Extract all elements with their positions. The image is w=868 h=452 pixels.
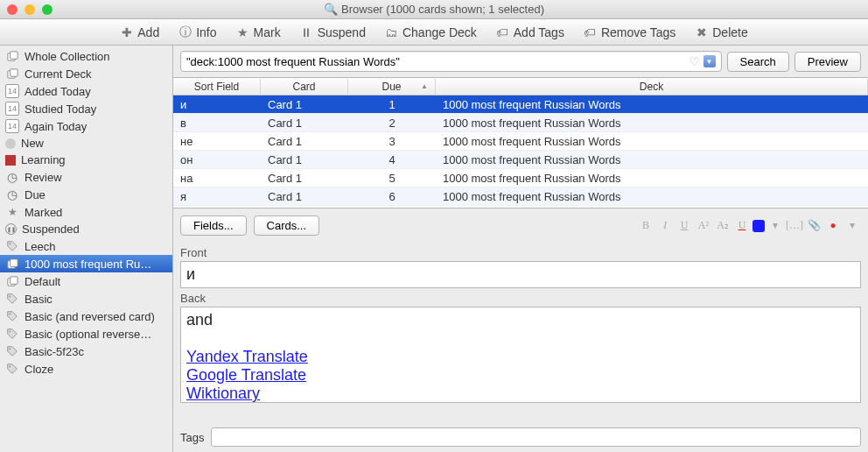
square-icon xyxy=(5,155,16,166)
deck-icon: 🗂 xyxy=(385,25,398,39)
th-deck[interactable]: Deck xyxy=(436,79,868,95)
sidebar-item[interactable]: Review xyxy=(0,168,172,186)
superscript-icon[interactable]: A² xyxy=(695,217,712,235)
pause-icon xyxy=(5,223,17,235)
clock-icon xyxy=(5,170,19,184)
cell-due: 4 xyxy=(348,153,436,166)
cell-sort: я xyxy=(173,190,261,203)
tag-icon xyxy=(5,309,19,323)
th-card[interactable]: Card xyxy=(261,79,348,95)
table-row[interactable]: неCard 131000 most frequent Russian Word… xyxy=(173,132,868,151)
clear-format-icon[interactable]: U xyxy=(733,217,751,235)
sidebar-item[interactable]: Due xyxy=(0,186,172,203)
sidebar-item[interactable]: Current Deck xyxy=(0,65,172,82)
traffic-lights xyxy=(7,4,52,15)
table-header[interactable]: Sort Field Card Due Deck xyxy=(173,78,868,95)
th-sort-field[interactable]: Sort Field xyxy=(173,79,261,95)
sidebar-item[interactable]: Learning xyxy=(0,152,172,168)
cell-deck: 1000 most frequent Russian Words xyxy=(436,153,868,166)
cell-due: 5 xyxy=(348,172,436,185)
back-label: Back xyxy=(180,292,861,305)
sidebar-item[interactable]: Cloze xyxy=(0,360,172,378)
svg-point-11 xyxy=(10,331,11,333)
underline-icon[interactable]: U xyxy=(676,217,693,235)
bold-icon[interactable]: B xyxy=(637,217,654,235)
cards-button[interactable]: Cards... xyxy=(254,215,320,236)
subscript-icon[interactable]: A₂ xyxy=(714,217,732,235)
info-icon: ⓘ xyxy=(178,25,192,39)
back-link[interactable]: Yandex Translate xyxy=(186,348,308,365)
table-row[interactable]: вCard 121000 most frequent Russian Words xyxy=(173,114,868,132)
cell-card: Card 1 xyxy=(261,98,348,111)
minimize-window-button[interactable] xyxy=(24,4,35,15)
sidebar-item[interactable]: Leech xyxy=(0,237,172,255)
table-row[interactable]: онCard 141000 most frequent Russian Word… xyxy=(173,151,868,169)
sidebar-item[interactable]: Whole Collection xyxy=(0,47,172,65)
search-input[interactable] xyxy=(186,55,690,68)
sidebar-item[interactable]: 14Again Today xyxy=(0,117,172,135)
sidebar-item[interactable]: Basic (optional reverse… xyxy=(0,325,172,343)
editor-toolbar: Fields... Cards... B I U A² A₂ U ▾ […] 📎… xyxy=(173,208,868,243)
tag-icon xyxy=(5,327,19,341)
front-field[interactable]: и xyxy=(180,261,861,288)
tag-remove-icon: 🏷 xyxy=(584,25,597,39)
svg-rect-6 xyxy=(10,258,17,265)
more-dropdown-icon[interactable]: ▾ xyxy=(844,217,861,235)
table-row[interactable]: иCard 111000 most frequent Russian Words xyxy=(173,95,868,114)
suspend-button[interactable]: ⏸Suspend xyxy=(300,25,366,39)
sidebar-item[interactable]: Marked xyxy=(0,203,172,221)
record-icon[interactable]: ● xyxy=(824,217,842,235)
sidebar-item[interactable]: New xyxy=(0,135,172,152)
fields-button[interactable]: Fields... xyxy=(180,215,247,236)
change-deck-button[interactable]: 🗂Change Deck xyxy=(385,25,477,39)
favorite-icon[interactable]: ♡ xyxy=(690,55,700,68)
sidebar[interactable]: Whole CollectionCurrent Deck14Added Toda… xyxy=(0,46,173,452)
cell-deck: 1000 most frequent Russian Words xyxy=(436,98,868,111)
mark-button[interactable]: ★Mark xyxy=(236,25,281,39)
search-button[interactable]: Search xyxy=(727,52,789,72)
sidebar-item[interactable]: Suspended xyxy=(0,221,172,237)
tags-input[interactable] xyxy=(211,427,861,447)
remove-tags-button[interactable]: 🏷Remove Tags xyxy=(584,25,676,39)
sidebar-item-label: Default xyxy=(24,275,60,288)
tag-icon xyxy=(5,292,19,306)
sidebar-item[interactable]: Default xyxy=(0,272,172,290)
attach-icon[interactable]: 📎 xyxy=(805,217,822,235)
svg-rect-8 xyxy=(10,276,17,283)
back-link[interactable]: Wiktionary xyxy=(186,385,260,402)
color-dropdown-icon[interactable]: ▾ xyxy=(766,217,784,235)
back-link[interactable]: Google Translate xyxy=(186,366,306,384)
sidebar-item[interactable]: Basic (and reversed card) xyxy=(0,307,172,325)
color-swatch[interactable] xyxy=(752,220,765,232)
add-button[interactable]: ✚Add xyxy=(120,25,159,39)
close-window-button[interactable] xyxy=(7,4,18,15)
cell-due: 1 xyxy=(348,98,436,111)
search-icon: 🔍 xyxy=(324,3,338,16)
table-row[interactable]: наCard 151000 most frequent Russian Word… xyxy=(173,169,868,187)
sidebar-item[interactable]: Basic xyxy=(0,290,172,307)
back-field[interactable]: andYandex TranslateGoogle TranslateWikti… xyxy=(180,307,861,403)
search-box[interactable]: ♡ ▼ xyxy=(180,51,722,72)
search-dropdown-icon[interactable]: ▼ xyxy=(704,55,716,67)
cloze-icon[interactable]: […] xyxy=(786,217,803,235)
sidebar-item[interactable]: 14Added Today xyxy=(0,82,172,100)
sidebar-item[interactable]: 14Studied Today xyxy=(0,100,172,117)
th-due[interactable]: Due xyxy=(348,79,436,95)
delete-button[interactable]: ✖Delete xyxy=(695,25,747,39)
italic-icon[interactable]: I xyxy=(656,217,674,235)
add-tags-button[interactable]: 🏷Add Tags xyxy=(496,25,564,39)
sidebar-item[interactable]: 1000 most frequent Ru… xyxy=(0,255,172,272)
info-button[interactable]: ⓘInfo xyxy=(178,25,216,39)
sidebar-item-label: Studied Today xyxy=(24,102,96,116)
cell-deck: 1000 most frequent Russian Words xyxy=(436,172,868,185)
cell-due: 6 xyxy=(348,190,436,203)
cell-card: Card 1 xyxy=(261,135,348,148)
table-row[interactable]: яCard 161000 most frequent Russian Words xyxy=(173,187,868,206)
cell-card: Card 1 xyxy=(261,117,348,130)
zoom-window-button[interactable] xyxy=(42,4,52,15)
preview-button[interactable]: Preview xyxy=(794,52,861,72)
table-body[interactable]: иCard 111000 most frequent Russian Words… xyxy=(173,95,868,208)
sidebar-item[interactable]: Basic-5f23c xyxy=(0,343,172,360)
front-label: Front xyxy=(180,246,861,259)
deck-icon xyxy=(5,67,19,81)
